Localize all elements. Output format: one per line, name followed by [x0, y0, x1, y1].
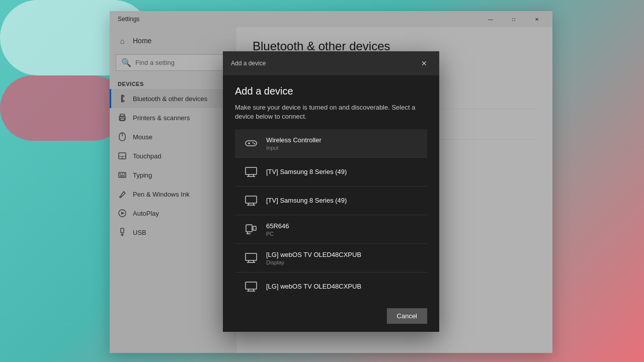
svg-rect-43: [253, 226, 256, 230]
device-item-4-type: Display: [266, 259, 361, 265]
dialog-footer: Cancel: [223, 300, 439, 332]
svg-rect-46: [246, 253, 257, 260]
device-item-3-type: PC: [266, 231, 289, 237]
device-item-4[interactable]: [LG] webOS TV OLED48CXPUB Display: [235, 244, 427, 273]
device-item-0-name: Wireless Controller: [266, 136, 321, 144]
device-item-0-type: Input: [266, 145, 321, 151]
cancel-button[interactable]: Cancel: [387, 308, 427, 324]
add-device-dialog: Add a device ✕ Add a device Make sure yo…: [223, 51, 439, 332]
device-item-3-name: 65R646: [266, 222, 289, 230]
dialog-heading: Add a device: [235, 85, 427, 97]
device-item-4-name: [LG] webOS TV OLED48CXPUB: [266, 251, 361, 258]
pc-icon: [243, 221, 259, 237]
device-item-2-info: [TV] Samsung 8 Series (49): [266, 197, 347, 205]
monitor-icon-1: [243, 164, 259, 180]
svg-point-33: [254, 143, 255, 144]
dialog-description: Make sure your device is turned on and d…: [235, 103, 427, 121]
svg-rect-38: [246, 196, 257, 203]
device-item-0-info: Wireless Controller Input: [266, 136, 321, 151]
svg-rect-29: [246, 141, 257, 146]
gamepad-icon: [243, 135, 259, 151]
svg-rect-42: [246, 225, 252, 232]
svg-rect-34: [246, 167, 257, 174]
svg-point-32: [253, 142, 254, 143]
device-list: Wireless Controller Input: [235, 129, 427, 300]
dialog-body: Add a device Make sure your device is tu…: [223, 75, 439, 300]
device-item-0[interactable]: Wireless Controller Input: [235, 129, 427, 158]
device-item-1-info: [TV] Samsung 8 Series (49): [266, 168, 347, 176]
cloud-decoration-right: [0, 75, 126, 141]
dialog-titlebar-label: Add a device: [231, 60, 266, 67]
device-item-5-name: [LG] webOS TV OLED48CXPUB: [266, 283, 361, 290]
device-item-1-name: [TV] Samsung 8 Series (49): [266, 168, 347, 175]
svg-rect-50: [246, 282, 257, 289]
device-item-3-info: 65R646 PC: [266, 222, 289, 237]
device-item-5-info: [LG] webOS TV OLED48CXPUB: [266, 283, 361, 291]
device-item-5[interactable]: [LG] webOS TV OLED48CXPUB: [235, 273, 427, 300]
monitor-icon-2: [243, 193, 259, 209]
device-item-1[interactable]: [TV] Samsung 8 Series (49): [235, 158, 427, 187]
device-item-3[interactable]: 65R646 PC: [235, 215, 427, 244]
modal-overlay: Add a device ✕ Add a device Make sure yo…: [110, 11, 552, 353]
device-item-2[interactable]: [TV] Samsung 8 Series (49): [235, 187, 427, 215]
settings-window: Settings — □ ✕ ⌂ Home 🔍 Devices: [110, 11, 552, 353]
dialog-titlebar: Add a device ✕: [223, 51, 439, 75]
device-item-4-info: [LG] webOS TV OLED48CXPUB Display: [266, 251, 361, 265]
dialog-close-button[interactable]: ✕: [417, 56, 431, 70]
monitor-icon-3: [243, 250, 259, 266]
monitor-icon-4: [243, 279, 259, 295]
device-item-2-name: [TV] Samsung 8 Series (49): [266, 197, 347, 204]
